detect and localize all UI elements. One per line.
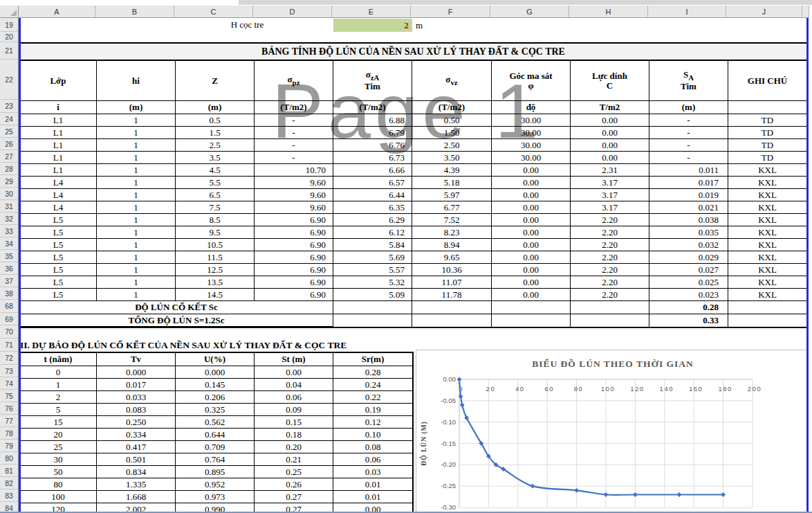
table1-cell[interactable]: 6.57	[333, 177, 412, 189]
table1-cell[interactable]: 14.5	[176, 289, 255, 301]
table1-cell[interactable]: L1	[20, 127, 97, 139]
table1-cell[interactable]: 5.84	[333, 239, 412, 251]
table2-cell[interactable]: 0.10	[333, 429, 412, 441]
row-header-76[interactable]: 76	[0, 402, 18, 415]
table2-cell[interactable]: 0.973	[176, 491, 255, 503]
table1-cell[interactable]: -	[649, 114, 728, 127]
table2-cell[interactable]: 100	[20, 491, 97, 503]
table2-cell[interactable]: 1.668	[97, 491, 176, 503]
table1-cell[interactable]: 6.77	[412, 201, 492, 214]
table1-cell[interactable]: 0.023	[649, 289, 728, 301]
table2-cell[interactable]: 0.00	[255, 366, 333, 379]
table2-cell[interactable]: 0.562	[176, 416, 255, 429]
table2-cell[interactable]: 0.01	[333, 478, 412, 491]
table2-cell[interactable]: 0.083	[97, 404, 176, 416]
table1-cell[interactable]: 4.5	[176, 164, 255, 177]
table1-cell[interactable]: -	[649, 127, 728, 139]
column-header-C[interactable]: C	[174, 6, 253, 18]
table1-cell[interactable]: 0.5	[176, 114, 255, 127]
table2-cell[interactable]: 0.03	[333, 466, 412, 478]
table1-cell[interactable]: -	[255, 152, 333, 164]
row-header-36[interactable]: 36	[0, 262, 18, 275]
table2-cell[interactable]: 0.834	[97, 466, 176, 478]
table1-unit[interactable]: (m)	[176, 101, 255, 114]
column-header-I[interactable]: I	[648, 6, 726, 18]
table2-cell[interactable]: 80	[20, 478, 97, 491]
table1-unit[interactable]: độ	[492, 101, 571, 114]
table1-header[interactable]: σpz	[255, 61, 333, 101]
table2-cell[interactable]: 0.325	[176, 404, 255, 416]
table1-cell[interactable]: 2.20	[571, 226, 649, 239]
table2-cell[interactable]: 0.764	[176, 453, 255, 466]
param-label[interactable]: H cọc tre	[197, 18, 297, 32]
table1-header[interactable]: SATim	[649, 61, 728, 101]
row-header-75[interactable]: 75	[0, 390, 18, 402]
row-header-21[interactable]: 21	[0, 42, 18, 60]
table1-cell[interactable]: L4	[20, 189, 97, 201]
table1-cell[interactable]: 6.88	[333, 114, 412, 127]
table1-cell[interactable]: L1	[20, 152, 97, 164]
table2-cell[interactable]: 50	[20, 466, 97, 478]
row-header-77[interactable]: 77	[0, 415, 18, 427]
table1-cell[interactable]: 1	[97, 189, 176, 201]
table1-cell[interactable]: 30.00	[492, 152, 571, 164]
table2-cell[interactable]: 0.22	[333, 391, 412, 404]
row-header-70[interactable]: 70	[0, 325, 18, 339]
table1-cell[interactable]: 0.00	[492, 251, 571, 264]
row-header-23[interactable]: 23	[0, 100, 18, 113]
table2-cell[interactable]: 0.01	[333, 491, 412, 503]
table2-cell[interactable]: 0.250	[97, 416, 176, 429]
table2-cell[interactable]: 0.952	[176, 478, 255, 491]
table1-summary-value[interactable]: 0.33	[649, 314, 728, 327]
row-header-19[interactable]: 19	[0, 18, 18, 32]
table1-cell[interactable]: 6.90	[255, 239, 333, 251]
section2-heading[interactable]: II. DỰ BÁO ĐỘ LÚN CỐ KẾT CỦA NỀN SAU XỬ …	[20, 339, 347, 352]
table1-cell[interactable]: 0.50	[412, 114, 492, 127]
table1-cell[interactable]: 0.00	[571, 139, 649, 152]
table1-cell[interactable]: 0.00	[492, 164, 571, 177]
table1-cell[interactable]: -	[255, 114, 333, 127]
param-unit-cell[interactable]: m	[416, 19, 423, 32]
table2-cell[interactable]: 0.709	[176, 441, 255, 453]
table1-cell[interactable]: 5.18	[412, 177, 492, 189]
table2-cell[interactable]: 0.21	[255, 453, 333, 466]
table1-summary-label[interactable]: TỔNG ĐỘ LÚN S=1.2Sc	[20, 314, 333, 327]
table1-empty-cell[interactable]	[728, 314, 806, 327]
table1-header[interactable]: σvz	[412, 61, 492, 101]
table1-cell[interactable]: 1	[97, 201, 176, 214]
table1-cell[interactable]: TD	[728, 127, 806, 139]
table1-cell[interactable]: 11.07	[412, 276, 492, 289]
table1-cell[interactable]: 2.50	[412, 139, 492, 152]
table1-cell[interactable]: KXL	[728, 289, 806, 301]
table1-cell[interactable]: 5.09	[333, 289, 412, 301]
column-header-E[interactable]: E	[332, 6, 411, 18]
row-header-28[interactable]: 28	[0, 163, 18, 175]
column-header-B[interactable]: B	[95, 6, 174, 18]
row-header-25[interactable]: 25	[0, 125, 18, 138]
row-header-29[interactable]: 29	[0, 175, 18, 188]
table1-cell[interactable]: L5	[20, 239, 97, 251]
column-header-A[interactable]: A	[19, 6, 95, 18]
row-header-80[interactable]: 80	[0, 452, 18, 465]
table1-cell[interactable]: KXL	[728, 189, 806, 201]
table1-cell[interactable]: 0.00	[492, 189, 571, 201]
table1-cell[interactable]: 0.032	[649, 239, 728, 251]
row-header-83[interactable]: 83	[0, 489, 18, 502]
table1-cell[interactable]: 1	[97, 226, 176, 239]
row-header-37[interactable]: 37	[0, 275, 18, 287]
table1-cell[interactable]: L5	[20, 276, 97, 289]
table1-summary-label[interactable]: ĐỘ LÚN CỐ KẾT Sc	[20, 301, 333, 314]
table1-cell[interactable]: 9.60	[255, 201, 333, 214]
table1-cell[interactable]: 6.66	[333, 164, 412, 177]
table1-cell[interactable]: -	[649, 139, 728, 152]
table1-cell[interactable]: L1	[20, 164, 97, 177]
row-header-32[interactable]: 32	[0, 213, 18, 225]
table2-cell[interactable]: 5	[20, 404, 97, 416]
table2-cell[interactable]: 25	[20, 441, 97, 453]
column-header-F[interactable]: F	[411, 6, 490, 18]
table1-cell[interactable]: L1	[20, 114, 97, 127]
table1-cell[interactable]: 3.5	[176, 152, 255, 164]
table2-header[interactable]: U(%)	[176, 353, 255, 366]
row-header-27[interactable]: 27	[0, 150, 18, 163]
table1-cell[interactable]: 6.90	[255, 276, 333, 289]
